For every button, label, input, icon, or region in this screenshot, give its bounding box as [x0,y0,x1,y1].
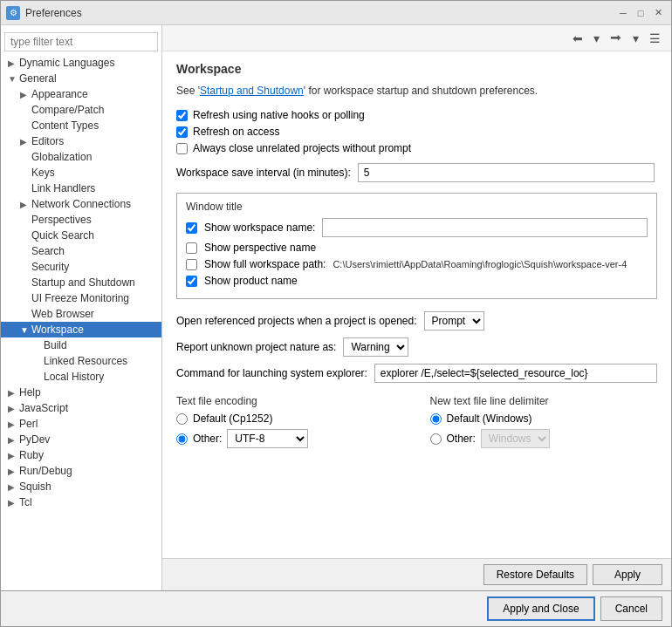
sidebar-item-label: Globalization [31,151,92,163]
close-unrelated-label: Always close unrelated projects without … [193,142,411,154]
sidebar-item-perl[interactable]: ▶ Perl [1,416,161,432]
encoding-default-row: Default (Cp1252) [176,412,404,425]
sidebar-item-compare-patch[interactable]: Compare/Patch [1,102,161,118]
sidebar-item-ui-freeze[interactable]: UI Freeze Monitoring [1,290,161,306]
expand-arrow: ▼ [20,325,29,335]
title-bar: ⚙ Preferences ─ □ ✕ [1,1,671,25]
save-interval-input[interactable] [358,163,655,182]
show-perspective-name-checkbox[interactable] [186,242,197,254]
delimiter-other-radio[interactable] [430,433,442,445]
close-unrelated-checkbox[interactable] [176,143,188,154]
nav-forward-button[interactable]: ⮕ [607,30,626,47]
open-projects-select[interactable]: Prompt Always Never [424,311,484,331]
delimiter-default-radio[interactable] [430,413,442,425]
line-delimiter-title: New text file line delimiter [430,395,658,407]
sidebar-item-javascript[interactable]: ▶ JavaScript [1,400,161,416]
nav-dropdown-button[interactable]: ▾ [629,30,642,47]
sidebar-item-squish[interactable]: ▶ Squish [1,479,161,494]
show-perspective-name-row: Show perspective name [186,242,648,254]
refresh-native-checkbox[interactable] [176,110,188,121]
show-workspace-name-checkbox[interactable] [186,222,197,234]
sidebar-item-dynamic-languages[interactable]: ▶ Dynamic Languages [1,55,161,71]
encoding-select[interactable]: UTF-8 UTF-16 ISO-8859-1 US-ASCII [227,429,308,448]
app-icon: ⚙ [6,6,20,20]
sidebar-item-startup-shutdown[interactable]: Startup and Shutdown [1,275,161,290]
delimiter-default-label: Default (Windows) [447,412,532,425]
delimiter-select[interactable]: Windows Unix Mac [481,429,550,448]
sidebar-item-label: General [19,72,57,85]
dialog-title: Preferences [25,7,610,19]
back-button[interactable]: ⬅ [569,30,586,47]
intro-text-after: ' for workspace startup and shutdown pre… [304,85,538,97]
sidebar-item-content-types[interactable]: Content Types [1,118,161,133]
sidebar-item-label: Editors [31,135,64,147]
sidebar-item-globalization[interactable]: Globalization [1,149,161,165]
workspace-name-input[interactable] [322,218,648,237]
sidebar-item-local-history[interactable]: Local History [1,369,161,385]
sidebar-item-label: Web Browser [31,308,94,320]
sidebar-item-network-connections[interactable]: ▶ Network Connections [1,196,161,212]
show-full-path-checkbox[interactable] [186,259,197,270]
sidebar-item-label: Link Handlers [31,182,95,194]
refresh-access-checkbox[interactable] [176,126,188,138]
command-row: Command for launching system explorer: [176,364,657,383]
main-content: Workspace See 'Startup and Shutdown' for… [162,51,671,558]
sidebar-item-web-browser[interactable]: Web Browser [1,306,161,322]
sidebar-item-label: Appearance [31,88,88,100]
sidebar-item-label: Network Connections [31,198,131,210]
delimiter-other-row: Other: Windows Unix Mac [430,429,658,448]
sidebar-item-help[interactable]: ▶ Help [1,385,161,400]
startup-shutdown-link[interactable]: Startup and Shutdown [200,85,304,97]
apply-button[interactable]: Apply [593,564,662,585]
encoding-other-row: Other: UTF-8 UTF-16 ISO-8859-1 US-ASCII [176,429,404,448]
sidebar-item-appearance[interactable]: ▶ Appearance [1,86,161,102]
sidebar-item-build[interactable]: Build [1,337,161,353]
forward-button[interactable]: ▾ [590,30,603,47]
command-input[interactable] [374,364,657,383]
sidebar-item-keys[interactable]: Keys [1,165,161,181]
sidebar-item-ruby[interactable]: ▶ Ruby [1,447,161,463]
expand-arrow: ▶ [8,419,17,429]
filter-input[interactable] [4,32,158,51]
maximize-button[interactable]: □ [633,5,648,21]
sidebar-item-label: Keys [31,167,55,179]
open-projects-label: Open referenced projects when a project … [176,315,417,327]
expand-arrow: ▼ [8,74,17,84]
sidebar-item-general[interactable]: ▼ General [1,71,161,86]
expand-arrow: ▶ [8,58,17,68]
delimiter-other-label: Other: [447,433,476,445]
line-delimiter-group: New text file line delimiter Default (Wi… [430,395,658,453]
minimize-button[interactable]: ─ [615,5,631,21]
sidebar-item-editors[interactable]: ▶ Editors [1,133,161,149]
refresh-access-row: Refresh on access [176,126,657,138]
sidebar-item-pydev[interactable]: ▶ PyDev [1,432,161,447]
window-title-group: Window title Show workspace name: Show p… [176,193,657,299]
encoding-other-radio[interactable] [176,433,188,445]
expand-arrow: ▶ [8,482,17,492]
sidebar-item-security[interactable]: Security [1,259,161,275]
encoding-default-radio[interactable] [176,413,188,425]
close-button[interactable]: ✕ [650,5,666,21]
sidebar-item-label: Help [19,386,41,399]
intro-paragraph: See 'Startup and Shutdown' for workspace… [176,85,657,97]
show-perspective-name-label: Show perspective name [204,242,316,254]
cancel-button[interactable]: Cancel [600,596,662,621]
sidebar-item-quick-search[interactable]: Quick Search [1,228,161,243]
sidebar-item-perspectives[interactable]: Perspectives [1,212,161,228]
sidebar-item-workspace[interactable]: ▼ Workspace [1,322,161,337]
menu-button[interactable]: ☰ [646,30,664,47]
encoding-other-label: Other: [193,433,222,445]
sidebar-item-label: Squish [19,480,51,493]
show-product-name-checkbox[interactable] [186,276,197,287]
sidebar-item-linked-resources[interactable]: Linked Resources [1,353,161,369]
sidebar-item-tcl[interactable]: ▶ Tcl [1,494,161,510]
report-unknown-select[interactable]: Warning Error Ignore [343,337,408,357]
sidebar-item-link-handlers[interactable]: Link Handlers [1,181,161,196]
sidebar-item-search[interactable]: Search [1,243,161,259]
expand-arrow: ▶ [20,90,29,99]
apply-close-button[interactable]: Apply and Close [487,596,594,621]
restore-defaults-button[interactable]: Restore Defaults [483,564,587,585]
sidebar-item-run-debug[interactable]: ▶ Run/Debug [1,463,161,479]
expand-arrow: ▶ [8,435,17,445]
text-encoding-title: Text file encoding [176,395,404,407]
